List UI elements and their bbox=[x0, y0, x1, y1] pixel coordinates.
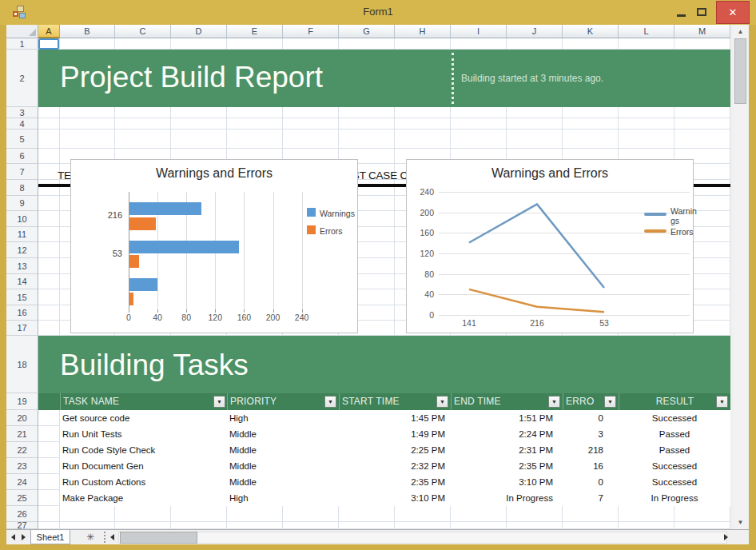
bar-chart[interactable]: Warnings and Errors 04080120160200240216… bbox=[70, 159, 358, 333]
task-cell[interactable]: Passed bbox=[619, 442, 730, 458]
task-cell[interactable]: Passed bbox=[619, 426, 730, 442]
row-header-27[interactable]: 27 bbox=[6, 522, 38, 529]
tab-nav-first-button[interactable] bbox=[8, 530, 18, 544]
vertical-scroll-thumb[interactable] bbox=[734, 38, 746, 104]
row-header-20[interactable]: 20 bbox=[6, 410, 38, 426]
filter-dropdown-task-name[interactable]: ▼ bbox=[213, 396, 225, 408]
task-cell[interactable]: Run Code Style Check bbox=[62, 442, 222, 458]
vertical-scrollbar[interactable]: ▲ ▼ bbox=[734, 25, 747, 529]
task-cell[interactable]: 2:35 PM bbox=[451, 458, 553, 474]
task-cell[interactable]: 3:10 PM bbox=[339, 490, 445, 506]
task-cell[interactable]: 3:10 PM bbox=[451, 474, 553, 490]
column-header-A[interactable]: A bbox=[38, 25, 60, 38]
task-cell[interactable]: 3 bbox=[563, 426, 603, 442]
task-cell[interactable]: 2:25 PM bbox=[339, 442, 445, 458]
select-all-corner[interactable] bbox=[6, 25, 38, 38]
horizontal-scroll-track[interactable] bbox=[118, 532, 727, 544]
row-header-3[interactable]: 3 bbox=[6, 107, 38, 118]
task-cell[interactable]: In Progress bbox=[619, 490, 730, 506]
row-header-15[interactable]: 15 bbox=[6, 289, 38, 305]
row-header-19[interactable]: 19 bbox=[6, 393, 38, 410]
filter-dropdown-end-time[interactable]: ▼ bbox=[548, 396, 560, 408]
task-cell[interactable]: Make Package bbox=[62, 490, 222, 506]
hscroll-right-button[interactable] bbox=[720, 530, 731, 544]
row-header-1[interactable]: 1 bbox=[6, 38, 38, 50]
filter-dropdown-priority[interactable]: ▼ bbox=[324, 396, 336, 408]
minimize-button[interactable] bbox=[670, 0, 691, 24]
task-cell[interactable]: Middle bbox=[229, 474, 325, 490]
column-header-H[interactable]: H bbox=[395, 25, 451, 38]
task-cell[interactable]: Get source code bbox=[62, 410, 222, 426]
task-cell[interactable]: Middle bbox=[229, 458, 325, 474]
task-cell[interactable]: 0 bbox=[563, 410, 603, 426]
task-cell[interactable]: Middle bbox=[229, 442, 325, 458]
task-cell[interactable]: 2:35 PM bbox=[339, 474, 445, 490]
row-header-10[interactable]: 10 bbox=[6, 211, 38, 227]
row-header-8[interactable]: 8 bbox=[6, 180, 38, 196]
hscroll-left-button[interactable] bbox=[107, 530, 117, 544]
horizontal-scroll-thumb[interactable] bbox=[120, 532, 197, 544]
sheet-tab-sheet1[interactable]: Sheet1 bbox=[30, 530, 70, 544]
tab-nav-last-button[interactable] bbox=[18, 530, 28, 544]
task-cell[interactable]: 0 bbox=[563, 474, 603, 490]
row-header-13[interactable]: 13 bbox=[6, 258, 38, 274]
column-header-B[interactable]: B bbox=[60, 25, 115, 38]
row-header-26[interactable]: 26 bbox=[6, 506, 38, 522]
task-cell[interactable]: 16 bbox=[563, 458, 603, 474]
column-header-I[interactable]: I bbox=[451, 25, 507, 38]
column-header-L[interactable]: L bbox=[619, 25, 674, 38]
task-cell[interactable]: Successed bbox=[619, 410, 730, 426]
row-header-16[interactable]: 16 bbox=[6, 305, 38, 321]
column-header-G[interactable]: G bbox=[339, 25, 395, 38]
row-header-23[interactable]: 23 bbox=[6, 458, 38, 474]
row-header-6[interactable]: 6 bbox=[6, 149, 38, 164]
task-cell[interactable]: 1:49 PM bbox=[339, 426, 445, 442]
task-cell[interactable]: Run Document Gen bbox=[62, 458, 222, 474]
task-cell[interactable]: High bbox=[229, 490, 325, 506]
task-cell[interactable]: Successed bbox=[619, 474, 730, 490]
scroll-up-button[interactable]: ▲ bbox=[734, 25, 747, 38]
new-sheet-tab[interactable]: ✳ bbox=[80, 530, 101, 544]
task-cell[interactable]: 218 bbox=[563, 442, 603, 458]
row-header-11[interactable]: 11 bbox=[6, 227, 38, 242]
task-cell[interactable]: Run Custom Actions bbox=[62, 474, 222, 490]
task-cell[interactable]: 1:45 PM bbox=[339, 410, 445, 426]
row-header-5[interactable]: 5 bbox=[6, 130, 38, 149]
task-cell[interactable]: Middle bbox=[229, 426, 325, 442]
row-header-12[interactable]: 12 bbox=[6, 242, 38, 258]
column-header-K[interactable]: K bbox=[563, 25, 619, 38]
row-header-17[interactable]: 17 bbox=[6, 321, 38, 336]
task-cell[interactable]: 7 bbox=[563, 490, 603, 506]
row-header-18[interactable]: 18 bbox=[6, 336, 38, 393]
task-cell[interactable]: Run Unit Tests bbox=[62, 426, 222, 442]
column-header-E[interactable]: E bbox=[227, 25, 283, 38]
task-cell[interactable]: High bbox=[229, 410, 325, 426]
task-cell[interactable]: 2:32 PM bbox=[339, 458, 445, 474]
filter-dropdown-result[interactable]: ▼ bbox=[716, 396, 728, 408]
row-header-24[interactable]: 24 bbox=[6, 474, 38, 490]
task-cell[interactable]: Successed bbox=[619, 458, 730, 474]
row-header-2[interactable]: 2 bbox=[6, 50, 38, 107]
task-cell[interactable]: 1:51 PM bbox=[451, 410, 553, 426]
sheet-cells[interactable]: Project Build Report Building started at… bbox=[38, 38, 730, 529]
column-header-C[interactable]: C bbox=[115, 25, 171, 38]
task-cell[interactable]: 2:24 PM bbox=[451, 426, 553, 442]
column-header-M[interactable]: M bbox=[674, 25, 730, 38]
filter-dropdown-erro[interactable]: ▼ bbox=[604, 396, 616, 408]
row-header-7[interactable]: 7 bbox=[6, 164, 38, 180]
line-chart[interactable]: Warnings and Errors 04080120160200240141… bbox=[406, 159, 694, 333]
close-button[interactable]: ✕ bbox=[716, 1, 750, 24]
column-header-D[interactable]: D bbox=[171, 25, 227, 38]
task-cell[interactable]: In Progress bbox=[451, 490, 553, 506]
row-header-9[interactable]: 9 bbox=[6, 196, 38, 211]
filter-dropdown-start-time[interactable]: ▼ bbox=[436, 396, 448, 408]
row-header-25[interactable]: 25 bbox=[6, 490, 38, 506]
row-header-4[interactable]: 4 bbox=[6, 118, 38, 130]
maximize-button[interactable] bbox=[691, 0, 712, 24]
row-header-14[interactable]: 14 bbox=[6, 274, 38, 289]
column-header-F[interactable]: F bbox=[283, 25, 339, 38]
row-header-22[interactable]: 22 bbox=[6, 442, 38, 458]
scroll-down-button[interactable]: ▼ bbox=[734, 516, 747, 529]
task-cell[interactable]: 2:31 PM bbox=[451, 442, 553, 458]
column-header-J[interactable]: J bbox=[507, 25, 563, 38]
